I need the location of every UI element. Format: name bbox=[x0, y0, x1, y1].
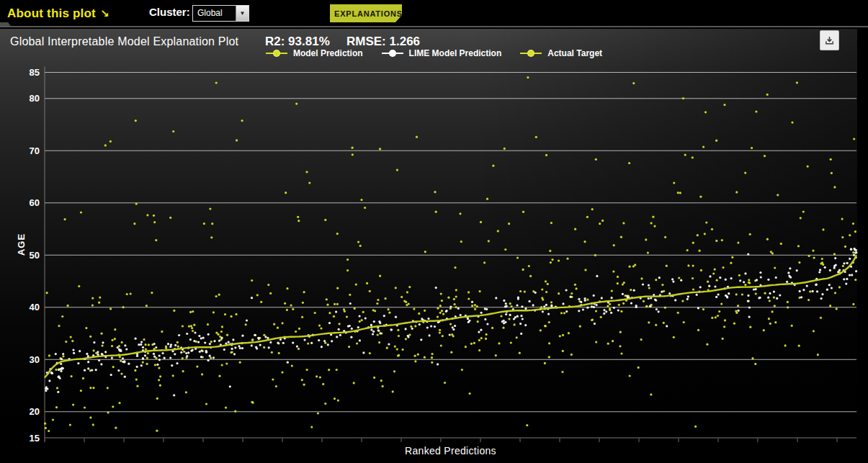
data-point-actual bbox=[460, 241, 462, 243]
data-point-actual bbox=[210, 341, 212, 343]
data-point-lime bbox=[125, 348, 127, 350]
data-point-lime bbox=[802, 289, 805, 291]
data-point-actual bbox=[684, 154, 686, 156]
data-point-actual bbox=[153, 215, 155, 217]
data-point-actual bbox=[71, 340, 73, 342]
data-point-lime bbox=[419, 323, 421, 325]
data-point-lime bbox=[98, 359, 100, 361]
data-point-lime bbox=[234, 346, 236, 349]
data-point-actual bbox=[545, 154, 547, 156]
data-point-lime bbox=[379, 332, 381, 334]
data-point-actual bbox=[787, 306, 789, 308]
data-point-lime bbox=[73, 352, 75, 354]
data-point-actual bbox=[579, 325, 581, 328]
explanations-button[interactable]: EXPLANATIONS bbox=[330, 4, 402, 22]
data-point-lime bbox=[630, 302, 632, 305]
data-point-actual bbox=[290, 304, 292, 306]
data-point-actual bbox=[324, 403, 326, 405]
data-point-lime bbox=[655, 300, 657, 302]
data-point-lime bbox=[264, 336, 267, 338]
data-point-lime bbox=[503, 320, 505, 322]
data-point-actual bbox=[508, 318, 510, 320]
about-this-plot-link[interactable]: About this plot↘ bbox=[7, 6, 109, 21]
data-point-actual bbox=[207, 323, 209, 325]
data-point-actual bbox=[302, 302, 304, 304]
data-point-lime bbox=[378, 320, 380, 323]
scatter-plot-canvas[interactable]: 152030405060708085 bbox=[0, 29, 868, 463]
data-point-actual bbox=[802, 210, 805, 212]
data-point-lime bbox=[471, 301, 473, 303]
data-point-actual bbox=[297, 220, 300, 222]
data-point-lime bbox=[486, 323, 488, 325]
data-point-lime bbox=[100, 363, 102, 365]
data-point-lime bbox=[845, 283, 847, 285]
data-point-lime bbox=[200, 356, 202, 358]
data-point-actual bbox=[774, 321, 777, 323]
data-point-actual bbox=[286, 309, 288, 311]
data-point-lime bbox=[661, 291, 663, 293]
data-point-lime bbox=[269, 341, 272, 343]
data-point-lime bbox=[95, 369, 97, 371]
data-point-actual bbox=[80, 211, 82, 213]
data-point-actual bbox=[298, 328, 300, 330]
data-point-lime bbox=[855, 251, 857, 253]
data-point-lime bbox=[241, 335, 243, 337]
data-point-actual bbox=[854, 230, 856, 233]
data-point-actual bbox=[301, 379, 303, 381]
data-point-lime bbox=[411, 328, 413, 330]
data-point-lime bbox=[578, 298, 580, 300]
data-point-lime bbox=[200, 337, 202, 339]
data-point-actual bbox=[193, 324, 195, 326]
data-point-actual bbox=[618, 304, 620, 306]
data-point-lime bbox=[457, 307, 460, 310]
data-point-actual bbox=[136, 385, 138, 387]
data-point-actual bbox=[377, 299, 379, 301]
data-point-actual bbox=[70, 336, 72, 338]
data-point-actual bbox=[379, 275, 381, 277]
data-point-lime bbox=[287, 361, 289, 364]
data-point-actual bbox=[522, 269, 524, 271]
data-point-actual bbox=[414, 325, 416, 327]
data-point-actual bbox=[439, 332, 441, 334]
data-point-actual bbox=[498, 342, 500, 344]
select-dropdown-arrow-icon[interactable]: ▼ bbox=[236, 6, 249, 21]
data-point-actual bbox=[414, 355, 416, 357]
data-point-actual bbox=[852, 303, 854, 305]
data-point-lime bbox=[789, 277, 792, 279]
data-point-lime bbox=[437, 363, 439, 365]
data-point-lime bbox=[516, 304, 518, 306]
data-point-lime bbox=[176, 362, 178, 364]
data-point-actual bbox=[408, 286, 411, 288]
data-point-actual bbox=[836, 307, 838, 310]
data-point-lime bbox=[421, 318, 423, 320]
data-point-actual bbox=[392, 390, 394, 392]
data-point-actual bbox=[735, 293, 738, 295]
data-point-actual bbox=[664, 307, 666, 309]
data-point-lime bbox=[162, 352, 164, 354]
data-point-lime bbox=[434, 325, 436, 328]
data-point-actual bbox=[271, 351, 273, 354]
data-point-actual bbox=[524, 291, 526, 293]
data-point-lime bbox=[626, 295, 628, 297]
data-point-actual bbox=[177, 346, 179, 348]
data-point-actual bbox=[527, 76, 529, 78]
data-point-actual bbox=[346, 315, 348, 318]
data-point-lime bbox=[714, 285, 716, 287]
data-point-lime bbox=[773, 291, 775, 293]
data-point-actual bbox=[114, 328, 116, 331]
data-point-actual bbox=[535, 136, 537, 138]
data-point-actual bbox=[310, 426, 313, 428]
data-point-lime bbox=[186, 333, 188, 335]
data-point-actual bbox=[630, 289, 632, 291]
data-point-lime bbox=[542, 310, 544, 313]
data-point-actual bbox=[201, 373, 203, 375]
data-point-lime bbox=[799, 290, 801, 292]
data-point-actual bbox=[595, 310, 597, 312]
data-point-lime bbox=[709, 275, 711, 277]
data-point-lime bbox=[837, 271, 839, 273]
data-point-actual bbox=[413, 308, 415, 310]
data-point-lime bbox=[725, 279, 727, 281]
cluster-select[interactable]: Global ▼ bbox=[192, 5, 249, 22]
data-point-actual bbox=[107, 411, 109, 413]
data-point-actual bbox=[483, 261, 486, 264]
